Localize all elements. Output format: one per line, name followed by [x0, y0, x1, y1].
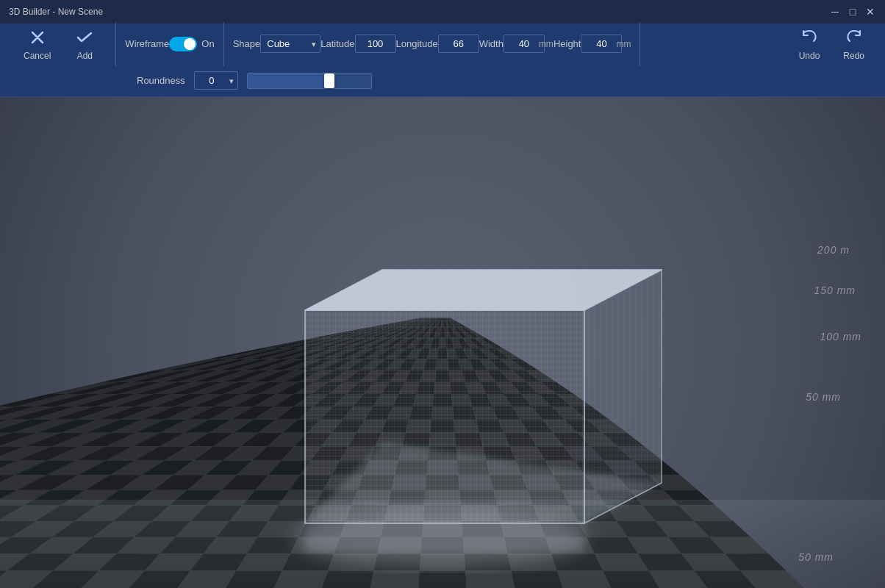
roundness-label: Roundness: [137, 75, 185, 86]
toolbar-divider-2: [223, 22, 224, 66]
minimize-button[interactable]: ─: [829, 6, 841, 18]
toggle-knob: [184, 38, 196, 50]
title-bar-controls: ─ □ ✕: [829, 6, 876, 18]
viewport: 200 m 150 mm 100 mm 50 mm 50 mm: [0, 97, 885, 588]
wireframe-toggle[interactable]: [169, 37, 197, 51]
title-bar: 3D Builder - New Scene ─ □ ✕: [0, 0, 885, 24]
width-label: Width: [479, 38, 504, 49]
viewport-canvas: [0, 97, 885, 588]
toolbar-row2: Roundness 0 1 2 3: [12, 65, 873, 97]
undo-button[interactable]: Undo: [790, 21, 829, 67]
add-label: Add: [77, 51, 93, 61]
maximize-button[interactable]: □: [847, 6, 859, 18]
toolbar-inner: Cancel Add Wireframe On: [12, 24, 873, 97]
shape-label: Shape: [233, 38, 261, 49]
width-unit: mm: [539, 39, 553, 49]
ruler-150: 150 mm: [814, 284, 856, 296]
shape-select-wrap: Cube Sphere Cylinder Cone Torus: [260, 35, 320, 53]
shape-select[interactable]: Cube Sphere Cylinder Cone Torus: [260, 35, 320, 53]
ruler-100: 100 mm: [820, 331, 861, 343]
toolbar-row1: Cancel Add Wireframe On: [12, 24, 873, 65]
ruler-50-bottom: 50 mm: [798, 551, 834, 563]
toolbar-divider-3: [639, 22, 640, 66]
height-unit: mm: [616, 39, 631, 49]
ruler-50-right: 50 mm: [806, 391, 841, 403]
app-container: 3D Builder - New Scene ─ □ ✕ Cancel: [0, 0, 885, 588]
redo-label: Redo: [843, 51, 864, 61]
slider-fill: [248, 74, 329, 88]
title-text: 3D Builder - New Scene: [9, 7, 103, 17]
toolbar-divider-1: [115, 22, 116, 66]
toolbar: Cancel Add Wireframe On: [0, 24, 885, 97]
redo-button[interactable]: Redo: [834, 21, 873, 67]
wireframe-toggle-wrap: On: [169, 37, 214, 51]
wireframe-state: On: [201, 38, 214, 49]
undo-redo-group: Undo Redo: [790, 21, 873, 67]
height-label: Height: [553, 38, 581, 49]
slider-thumb: [324, 74, 334, 88]
longitude-slider[interactable]: [247, 73, 372, 89]
longitude-input[interactable]: [438, 35, 479, 53]
roundness-select-wrap: 0 1 2 3: [194, 71, 238, 90]
longitude-label: Longitude: [396, 38, 438, 49]
wireframe-label: Wireframe: [125, 38, 169, 49]
latitude-label: Latitude: [320, 38, 354, 49]
ruler-200: 200 m: [817, 244, 850, 256]
cancel-label: Cancel: [24, 51, 51, 61]
latitude-input[interactable]: [355, 35, 396, 53]
add-button[interactable]: Add: [62, 21, 107, 67]
undo-label: Undo: [799, 51, 820, 61]
roundness-select[interactable]: 0 1 2 3: [194, 71, 238, 90]
cancel-button[interactable]: Cancel: [12, 21, 62, 67]
close-button[interactable]: ✕: [864, 6, 876, 18]
